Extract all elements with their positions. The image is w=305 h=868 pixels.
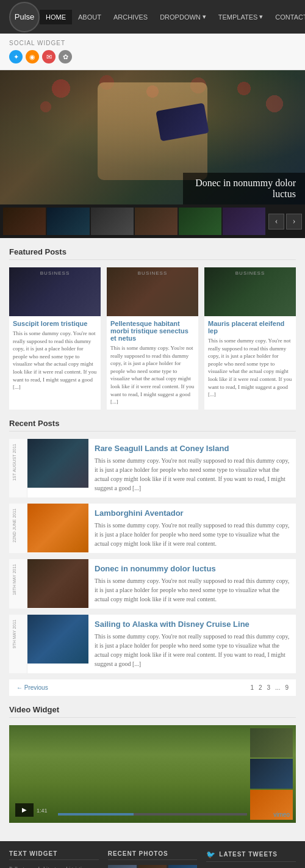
featured-img-3: BUSINESS [204, 267, 296, 316]
main-content: Featured Posts BUSINESS Suscipit lorem t… [0, 238, 305, 832]
hero-image: Donec in nonummy dolor luctus [0, 70, 305, 204]
thumbnail-1[interactable] [3, 208, 46, 235]
featured-content-2: Pellentesque habitant morbi tristique se… [107, 316, 198, 410]
recent-content-4: Sailing to Alaska with Disney Cruise Lin… [88, 615, 296, 673]
recent-post-1: 1ST AUGUST 2011 Rare Seagull Lands at Co… [9, 439, 296, 497]
social-widget-title: Social Widget [9, 40, 296, 46]
email-icon[interactable]: ✉ [42, 50, 56, 63]
featured-posts-title: Featured Posts [9, 247, 296, 260]
hero-card-element [156, 103, 209, 141]
featured-post-1: BUSINESS Suscipit lorem tristique This i… [9, 267, 101, 410]
recent-photos-grid [108, 865, 198, 868]
slider-navigation: ‹ › [268, 214, 302, 230]
recent-date-col-4: 9TH MAY 2011 [9, 615, 27, 673]
recent-photo-1[interactable] [108, 865, 137, 868]
featured-text-2: This is some dummy copy. You're not real… [110, 344, 195, 406]
recent-date-4: 9TH MAY 2011 [12, 620, 16, 648]
recent-post-2: 22ND JUNE 2011 Lamborghini Aventador Thi… [9, 504, 296, 553]
video-play-button[interactable]: ▶ [15, 803, 34, 817]
featured-content-3: Mauris placerat eleifend lep This is som… [204, 316, 296, 402]
recent-content-3: Donec in nonummy dolor luctus This is so… [88, 559, 296, 609]
recent-title-2[interactable]: Lamborghini Aventador [95, 508, 290, 518]
recent-img-1 [27, 439, 88, 488]
latest-tweets-title: 🐦 LATEST TWEETS [206, 850, 296, 862]
video-widget-title: Video Widget [9, 705, 296, 718]
recent-photo-3[interactable] [168, 865, 197, 868]
featured-category-2: BUSINESS [107, 270, 198, 276]
recent-post-3: 18TH MAY 2011 Donec in nonummy dolor luc… [9, 559, 296, 609]
video-vimeo-label: vimeo [273, 811, 290, 818]
nav-templates[interactable]: TEMPLATES ▾ [212, 9, 270, 24]
recent-img-4 [27, 615, 88, 664]
pagination-prev[interactable]: ← Previous [16, 684, 48, 691]
video-widget-section: Video Widget ▶ 1:41 vimeo [9, 705, 296, 823]
recent-date-1: 1ST AUGUST 2011 [12, 444, 16, 481]
thumbnail-5[interactable] [179, 208, 221, 235]
thumbnail-3[interactable] [91, 208, 134, 235]
header: Pulse HOME ABOUT ARCHIVES DROPDOWN ▾ TEM… [0, 0, 305, 34]
hero-caption: Donec in nonummy dolor luctus [183, 173, 305, 204]
nav-about[interactable]: ABOUT [72, 10, 107, 24]
recent-photo-2[interactable] [138, 865, 167, 868]
page-3[interactable]: 3 [267, 684, 271, 691]
featured-title-2[interactable]: Pellentesque habitant morbi tristique se… [110, 320, 195, 342]
page-2[interactable]: 2 [259, 684, 262, 691]
other-social-icon[interactable]: ✿ [59, 50, 72, 63]
featured-text-1: This is some dummy copy. You're not real… [13, 330, 97, 391]
featured-img-2: BUSINESS [107, 267, 198, 316]
nav-archives[interactable]: ARCHIVES [107, 10, 154, 24]
rss-icon[interactable]: ◉ [26, 50, 39, 63]
twitter-icon[interactable]: ✦ [9, 50, 23, 63]
video-thumb-2[interactable] [250, 759, 293, 789]
recent-date-3: 18TH MAY 2011 [12, 564, 16, 595]
social-icons-row: ✦ ◉ ✉ ✿ [9, 50, 296, 63]
hero-hand-element [98, 82, 207, 180]
featured-title-3[interactable]: Mauris placerat eleifend lep [208, 320, 292, 335]
social-widget-section: Social Widget ✦ ◉ ✉ ✿ [0, 34, 305, 70]
featured-posts-grid: BUSINESS Suscipit lorem tristique This i… [9, 267, 296, 410]
thumbnail-4[interactable] [135, 208, 178, 235]
templates-arrow-icon: ▾ [259, 13, 263, 21]
main-nav: HOME ABOUT ARCHIVES DROPDOWN ▾ TEMPLATES… [40, 9, 305, 24]
recent-content-1: Rare Seagull Lands at Coney Island This … [88, 439, 296, 497]
thumbnail-6[interactable] [223, 208, 265, 235]
nav-dropdown[interactable]: DROPDOWN ▾ [154, 9, 212, 24]
featured-title-1[interactable]: Suscipit lorem tristique [13, 320, 97, 327]
recent-img-2 [27, 504, 88, 552]
video-player: ▶ 1:41 vimeo [9, 725, 296, 823]
recent-title-3[interactable]: Donec in nonummy dolor luctus [95, 564, 290, 573]
video-sidebar-thumbs [247, 725, 296, 823]
video-thumb-1[interactable] [250, 728, 293, 758]
site-logo[interactable]: Pulse [9, 2, 40, 32]
video-progress-fill [58, 813, 134, 816]
dropdown-arrow-icon: ▾ [203, 13, 206, 21]
text-widget-title: TEXT WIDGET [9, 850, 99, 860]
slider-next-button[interactable]: › [286, 214, 302, 230]
twitter-bird-icon: 🐦 [206, 850, 216, 859]
page-1[interactable]: 1 [250, 684, 254, 691]
video-progress-bar[interactable] [58, 813, 247, 816]
recent-date-col-1: 1ST AUGUST 2011 [9, 439, 27, 497]
recent-title-4[interactable]: Sailing to Alaska with Disney Cruise Lin… [95, 620, 290, 629]
featured-content-1: Suscipit lorem tristique This is some du… [9, 316, 101, 395]
recent-photos-col: RECENT PHOTOS [108, 850, 198, 868]
nav-contact[interactable]: CONTACT [269, 10, 305, 24]
recent-text-1: This is some dummy copy. You're not real… [95, 456, 290, 493]
recent-post-4: 9TH MAY 2011 Sailing to Alaska with Disn… [9, 615, 296, 673]
recent-date-col-2: 22ND JUNE 2011 [9, 504, 27, 553]
recent-text-4: This is some dummy copy. You're not real… [95, 632, 290, 668]
hero-slider: Donec in nonummy dolor luctus [0, 70, 305, 204]
text-widget-col: TEXT WIDGET Pellentesque habitant morbi … [9, 850, 99, 868]
page-last[interactable]: 9 [285, 684, 289, 691]
recent-photos-title: RECENT PHOTOS [108, 850, 198, 860]
nav-home[interactable]: HOME [40, 10, 72, 24]
featured-category-3: BUSINESS [204, 270, 296, 276]
recent-title-1[interactable]: Rare Seagull Lands at Coney Island [95, 444, 290, 453]
pagination-bar: ← Previous 1 2 3 ... 9 [9, 679, 296, 696]
recent-date-2: 22ND JUNE 2011 [12, 508, 16, 543]
recent-posts-title: Recent Posts [9, 419, 296, 432]
footer-widgets: TEXT WIDGET Pellentesque habitant morbi … [0, 841, 305, 868]
thumbnail-2[interactable] [47, 208, 90, 235]
slider-prev-button[interactable]: ‹ [268, 214, 284, 230]
play-icon: ▶ [22, 806, 27, 813]
